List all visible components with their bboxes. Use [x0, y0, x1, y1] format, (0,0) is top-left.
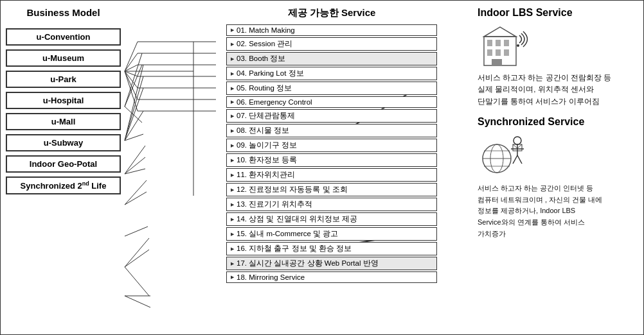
sync-desc: 서비스 하고자 하는 공간이 인터넷 등 컴퓨터 네트워크이며 , 자신의 건물…: [478, 183, 636, 239]
svg-line-4: [125, 53, 138, 71]
main-container: Business Model u-Convention u-Museum u-P…: [0, 0, 644, 335]
service-item-14: 14. 상점 및 진열대의 위치정보 제공: [226, 212, 437, 226]
service-item-6: 06. Emergency Control: [226, 96, 437, 108]
bm-item-convention: u-Convention: [6, 28, 121, 46]
bm-label-5: u-Subway: [44, 138, 83, 148]
bm-items: u-Convention u-Museum u-Park u-Hospital …: [6, 28, 121, 194]
svg-line-26: [125, 169, 145, 174]
left-section: Business Model u-Convention u-Museum u-P…: [1, 1, 126, 334]
service-item-17: 17. 실시간 실내공간 상황 Web Portal 반영: [226, 257, 437, 270]
svg-line-16: [125, 53, 142, 107]
svg-line-10: [125, 71, 138, 88]
svg-rect-40: [496, 40, 501, 46]
lbs-desc: 서비스 하고자 하는 공간이 전람회장 등 실제 물리적이며, 위치추적 센서와…: [478, 72, 636, 107]
bm-item-park: u-Park: [6, 71, 121, 88]
bm-label-4: u-Mall: [51, 117, 76, 126]
svg-line-31: [125, 250, 149, 267]
bm-label-3: u-Hospital: [43, 96, 84, 105]
svg-line-57: [517, 155, 522, 164]
service-item-10: 10. 환자정보 등록: [226, 153, 437, 167]
service-item-8: 08. 전시물 정보: [226, 124, 437, 137]
bm-item-museum: u-Museum: [6, 49, 121, 67]
bm-title: Business Model: [26, 7, 100, 18]
svg-line-22: [125, 111, 143, 141]
svg-line-27: [125, 180, 147, 205]
svg-line-8: [125, 71, 138, 76]
bm-label-0: u-Convention: [37, 32, 91, 42]
svg-rect-39: [487, 40, 492, 46]
service-title: 제공 가능한 Service: [288, 7, 376, 19]
svg-line-20: [125, 76, 143, 141]
service-item-18: 18. Mirroring Service: [226, 271, 437, 283]
service-item-15: 15. 실내 m-Commerce 및 광고: [226, 227, 437, 241]
building-icon: [478, 24, 535, 72]
svg-rect-42: [487, 49, 492, 56]
svg-point-53: [514, 137, 521, 144]
svg-line-30: [125, 238, 149, 267]
svg-line-29: [125, 227, 148, 236]
svg-line-17: [125, 65, 142, 107]
service-item-1: 01. Match Making: [226, 24, 437, 36]
service-item-5: 05. Routing 정보: [226, 82, 437, 95]
bm-item-hospital: u-Hospital: [6, 92, 121, 109]
service-item-7: 07. 단체관람통제: [226, 109, 437, 123]
svg-line-18: [125, 107, 142, 123]
service-item-9: 09. 놀이기구 정보: [226, 139, 437, 152]
bm-label-2: u-Park: [50, 74, 76, 84]
bm-item-sync: Synchronized 2nd Life: [6, 176, 121, 194]
bm-item-mall: u-Mall: [6, 113, 121, 130]
svg-rect-43: [496, 49, 501, 56]
svg-marker-46: [484, 27, 516, 37]
svg-line-6: [125, 65, 138, 71]
middle-section: 제공 가능한 Service 01. Match Making02. Sessi…: [222, 1, 441, 334]
svg-rect-45: [492, 59, 502, 65]
bm-item-subway: u-Subway: [6, 134, 121, 151]
bm-label-7: Synchronized 2nd Life: [21, 181, 107, 191]
service-item-3: 03. Booth 정보: [226, 52, 437, 65]
svg-line-2: [125, 42, 138, 71]
service-items: 01. Match Making02. Session 관리03. Booth …: [226, 24, 437, 283]
svg-rect-41: [504, 40, 509, 46]
svg-line-24: [125, 146, 145, 174]
svg-line-28: [125, 192, 147, 205]
service-item-16: 16. 지하철 출구 정보 및 환승 정보: [226, 242, 437, 255]
service-item-2: 02. Session 관리: [226, 37, 437, 51]
svg-line-21: [125, 88, 143, 141]
service-item-4: 04. Parking Lot 정보: [226, 67, 437, 80]
svg-line-23: [125, 134, 143, 141]
svg-line-14: [125, 71, 138, 111]
svg-line-56: [513, 155, 517, 164]
service-item-13: 13. 진료기기 위치추적: [226, 198, 437, 211]
svg-line-34: [125, 296, 150, 307]
bm-label-6: Indoor Geo-Potal: [30, 159, 97, 169]
svg-line-19: [125, 65, 143, 141]
sync-title: Synchronized Service: [478, 116, 636, 128]
bm-label-1: u-Museum: [42, 53, 84, 63]
service-item-11: 11. 환자위치관리: [226, 168, 437, 182]
service-item-12: 12. 진료정보의 자동등록 및 조회: [226, 183, 437, 196]
svg-line-12: [125, 71, 138, 99]
svg-line-25: [125, 157, 145, 174]
bm-item-geo: Indoor Geo-Potal: [6, 155, 121, 173]
svg-point-47: [517, 44, 519, 47]
lbs-title: Indoor LBS Service: [478, 7, 636, 19]
right-section: Indoor LBS Service 서비스 하고자 하는 공간이 전람회장 등…: [470, 1, 643, 334]
sync-icon: [478, 133, 532, 178]
svg-line-32: [125, 267, 149, 296]
svg-rect-44: [504, 49, 509, 56]
